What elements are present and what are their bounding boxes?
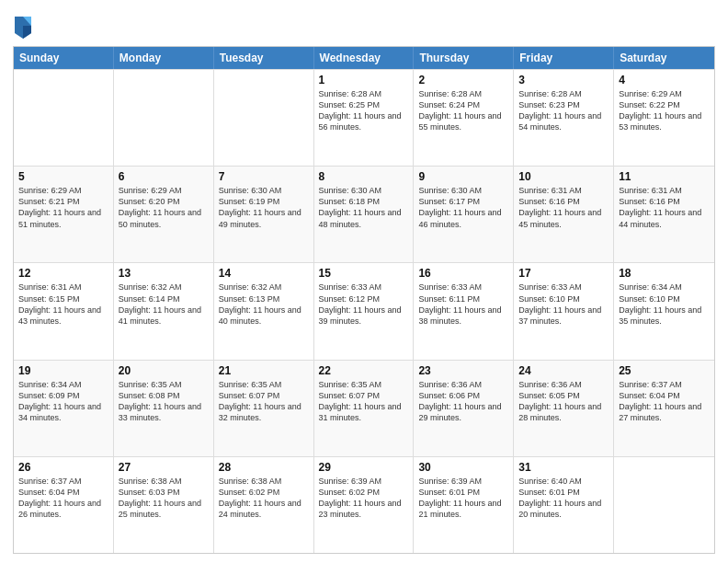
cell-day-number: 11: [619, 170, 710, 183]
calendar: SundayMondayTuesdayWednesdayThursdayFrid…: [13, 46, 715, 554]
calendar-week-2: 5Sunrise: 6:29 AMSunset: 6:21 PMDaylight…: [14, 166, 714, 262]
cell-day-number: 6: [119, 170, 209, 183]
calendar-cell-5-4: 29Sunrise: 6:39 AMSunset: 6:02 PMDayligh…: [314, 457, 415, 553]
svg-marker-2: [23, 26, 31, 39]
cell-day-number: 15: [319, 267, 409, 280]
cell-sun-info: Sunrise: 6:30 AMSunset: 6:17 PMDaylight:…: [418, 185, 508, 230]
cell-day-number: 9: [418, 170, 508, 183]
calendar-cell-2-1: 5Sunrise: 6:29 AMSunset: 6:21 PMDaylight…: [14, 167, 114, 262]
cell-day-number: 27: [119, 461, 209, 474]
cell-day-number: 22: [319, 364, 409, 377]
cell-sun-info: Sunrise: 6:31 AMSunset: 6:15 PMDaylight:…: [18, 282, 108, 327]
calendar-cell-1-1: [14, 70, 114, 166]
calendar-cell-1-3: [214, 70, 314, 166]
cell-sun-info: Sunrise: 6:35 AMSunset: 6:07 PMDaylight:…: [219, 379, 309, 424]
calendar-cell-5-3: 28Sunrise: 6:38 AMSunset: 6:02 PMDayligh…: [214, 457, 314, 553]
cell-sun-info: Sunrise: 6:31 AMSunset: 6:16 PMDaylight:…: [518, 185, 609, 230]
cell-sun-info: Sunrise: 6:37 AMSunset: 6:04 PMDaylight:…: [619, 379, 710, 424]
cell-sun-info: Sunrise: 6:32 AMSunset: 6:13 PMDaylight:…: [219, 282, 309, 327]
cell-sun-info: Sunrise: 6:34 AMSunset: 6:09 PMDaylight:…: [18, 379, 108, 424]
cell-day-number: 14: [219, 267, 309, 280]
calendar-cell-1-7: 4Sunrise: 6:29 AMSunset: 6:22 PMDaylight…: [614, 70, 714, 166]
cell-day-number: 20: [119, 364, 209, 377]
day-header-friday: Friday: [514, 47, 614, 69]
cell-day-number: 12: [18, 267, 108, 280]
cell-sun-info: Sunrise: 6:28 AMSunset: 6:23 PMDaylight:…: [518, 88, 609, 133]
cell-sun-info: Sunrise: 6:30 AMSunset: 6:19 PMDaylight:…: [219, 185, 309, 230]
cell-sun-info: Sunrise: 6:28 AMSunset: 6:25 PMDaylight:…: [319, 88, 409, 133]
calendar-cell-3-7: 18Sunrise: 6:34 AMSunset: 6:10 PMDayligh…: [614, 263, 714, 359]
cell-sun-info: Sunrise: 6:33 AMSunset: 6:11 PMDaylight:…: [418, 282, 508, 327]
day-header-wednesday: Wednesday: [314, 47, 415, 69]
cell-day-number: 23: [418, 364, 508, 377]
day-header-thursday: Thursday: [414, 47, 514, 69]
calendar-body: 1Sunrise: 6:28 AMSunset: 6:25 PMDaylight…: [14, 69, 714, 553]
calendar-week-3: 12Sunrise: 6:31 AMSunset: 6:15 PMDayligh…: [14, 262, 714, 359]
calendar-cell-3-5: 16Sunrise: 6:33 AMSunset: 6:11 PMDayligh…: [414, 263, 514, 359]
calendar-cell-1-4: 1Sunrise: 6:28 AMSunset: 6:25 PMDaylight…: [314, 70, 415, 166]
cell-day-number: 31: [518, 461, 609, 474]
calendar-header: SundayMondayTuesdayWednesdayThursdayFrid…: [14, 47, 714, 69]
calendar-week-5: 26Sunrise: 6:37 AMSunset: 6:04 PMDayligh…: [14, 456, 714, 553]
cell-sun-info: Sunrise: 6:33 AMSunset: 6:12 PMDaylight:…: [319, 282, 409, 327]
cell-day-number: 3: [518, 74, 609, 86]
cell-sun-info: Sunrise: 6:35 AMSunset: 6:07 PMDaylight:…: [319, 379, 409, 424]
cell-sun-info: Sunrise: 6:36 AMSunset: 6:06 PMDaylight:…: [418, 379, 508, 424]
cell-day-number: 30: [418, 461, 508, 474]
cell-sun-info: Sunrise: 6:29 AMSunset: 6:20 PMDaylight:…: [119, 185, 209, 230]
cell-sun-info: Sunrise: 6:30 AMSunset: 6:18 PMDaylight:…: [319, 185, 409, 230]
calendar-cell-1-5: 2Sunrise: 6:28 AMSunset: 6:24 PMDaylight…: [414, 70, 514, 166]
calendar-cell-5-6: 31Sunrise: 6:40 AMSunset: 6:01 PMDayligh…: [514, 457, 614, 553]
cell-sun-info: Sunrise: 6:34 AMSunset: 6:10 PMDaylight:…: [619, 282, 710, 327]
cell-sun-info: Sunrise: 6:38 AMSunset: 6:02 PMDaylight:…: [219, 476, 309, 521]
cell-day-number: 19: [18, 364, 108, 377]
calendar-cell-3-4: 15Sunrise: 6:33 AMSunset: 6:12 PMDayligh…: [314, 263, 415, 359]
cell-day-number: 26: [18, 461, 108, 474]
calendar-cell-4-6: 24Sunrise: 6:36 AMSunset: 6:05 PMDayligh…: [514, 361, 614, 456]
day-header-tuesday: Tuesday: [214, 47, 314, 69]
cell-sun-info: Sunrise: 6:37 AMSunset: 6:04 PMDaylight:…: [18, 476, 108, 521]
day-header-monday: Monday: [114, 47, 214, 69]
cell-day-number: 21: [219, 364, 309, 377]
cell-day-number: 25: [619, 364, 710, 377]
cell-sun-info: Sunrise: 6:31 AMSunset: 6:16 PMDaylight:…: [619, 185, 710, 230]
cell-day-number: 7: [219, 170, 309, 183]
calendar-cell-3-1: 12Sunrise: 6:31 AMSunset: 6:15 PMDayligh…: [14, 263, 114, 359]
logo: [13, 13, 37, 39]
calendar-cell-2-5: 9Sunrise: 6:30 AMSunset: 6:17 PMDaylight…: [414, 167, 514, 262]
calendar-cell-3-2: 13Sunrise: 6:32 AMSunset: 6:14 PMDayligh…: [114, 263, 214, 359]
page-header: [13, 9, 715, 39]
cell-sun-info: Sunrise: 6:40 AMSunset: 6:01 PMDaylight:…: [518, 476, 609, 521]
cell-sun-info: Sunrise: 6:33 AMSunset: 6:10 PMDaylight:…: [518, 282, 609, 327]
cell-day-number: 1: [319, 74, 409, 86]
cell-sun-info: Sunrise: 6:39 AMSunset: 6:02 PMDaylight:…: [319, 476, 409, 521]
cell-sun-info: Sunrise: 6:29 AMSunset: 6:21 PMDaylight:…: [18, 185, 108, 230]
calendar-cell-1-6: 3Sunrise: 6:28 AMSunset: 6:23 PMDaylight…: [514, 70, 614, 166]
calendar-cell-2-4: 8Sunrise: 6:30 AMSunset: 6:18 PMDaylight…: [314, 167, 415, 262]
calendar-cell-5-7: [614, 457, 714, 553]
calendar-cell-4-7: 25Sunrise: 6:37 AMSunset: 6:04 PMDayligh…: [614, 361, 714, 456]
calendar-cell-1-2: [114, 70, 214, 166]
cell-day-number: 18: [619, 267, 710, 280]
calendar-cell-4-3: 21Sunrise: 6:35 AMSunset: 6:07 PMDayligh…: [214, 361, 314, 456]
cell-day-number: 16: [418, 267, 508, 280]
calendar-cell-5-2: 27Sunrise: 6:38 AMSunset: 6:03 PMDayligh…: [114, 457, 214, 553]
calendar-cell-4-5: 23Sunrise: 6:36 AMSunset: 6:06 PMDayligh…: [414, 361, 514, 456]
calendar-cell-4-2: 20Sunrise: 6:35 AMSunset: 6:08 PMDayligh…: [114, 361, 214, 456]
cell-day-number: 28: [219, 461, 309, 474]
calendar-cell-5-1: 26Sunrise: 6:37 AMSunset: 6:04 PMDayligh…: [14, 457, 114, 553]
cell-day-number: 29: [319, 461, 409, 474]
calendar-cell-2-2: 6Sunrise: 6:29 AMSunset: 6:20 PMDaylight…: [114, 167, 214, 262]
calendar-cell-2-3: 7Sunrise: 6:30 AMSunset: 6:19 PMDaylight…: [214, 167, 314, 262]
cell-sun-info: Sunrise: 6:38 AMSunset: 6:03 PMDaylight:…: [119, 476, 209, 521]
cell-sun-info: Sunrise: 6:28 AMSunset: 6:24 PMDaylight:…: [418, 88, 508, 133]
day-header-sunday: Sunday: [14, 47, 114, 69]
cell-sun-info: Sunrise: 6:39 AMSunset: 6:01 PMDaylight:…: [418, 476, 508, 521]
cell-day-number: 10: [518, 170, 609, 183]
calendar-cell-2-7: 11Sunrise: 6:31 AMSunset: 6:16 PMDayligh…: [614, 167, 714, 262]
cell-sun-info: Sunrise: 6:32 AMSunset: 6:14 PMDaylight:…: [119, 282, 209, 327]
calendar-cell-3-6: 17Sunrise: 6:33 AMSunset: 6:10 PMDayligh…: [514, 263, 614, 359]
cell-sun-info: Sunrise: 6:29 AMSunset: 6:22 PMDaylight:…: [619, 88, 710, 133]
cell-day-number: 2: [418, 74, 508, 86]
cell-day-number: 5: [18, 170, 108, 183]
